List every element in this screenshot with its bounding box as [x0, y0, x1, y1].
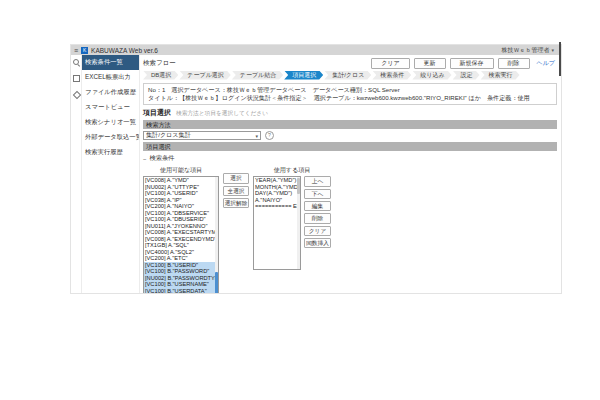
scrollbar-thumb[interactable] [297, 178, 300, 194]
toolbar-buttons: クリア更新新規保存削除 [371, 58, 529, 69]
toolbar-button[interactable]: クリア [371, 58, 409, 69]
flow-step-tab[interactable]: DB選択 [143, 71, 178, 80]
flow-step-tab[interactable]: 検索条件 [372, 71, 411, 80]
available-list-item[interactable]: [VC008] A."EXECSTARTYMD" [144, 229, 218, 236]
flow-step-tab[interactable]: 集計/クロス [324, 71, 371, 80]
sidebar-item[interactable]: 検索シナリオ一覧 [82, 115, 139, 130]
search-icon[interactable] [73, 59, 80, 66]
used-buttons-column: 上へ下へ編集削除クリア関数挿入 [304, 176, 331, 270]
available-column: 使用可能な項目 [VC008] A."YMD"[NU002] A."UTTYPE… [143, 164, 219, 293]
items-section-bar: 項目選択 [143, 142, 557, 151]
icon-strip [71, 55, 82, 293]
select-button[interactable]: 選択解除 [223, 198, 249, 208]
scrollbar-thumb[interactable] [215, 272, 218, 293]
flow-step-tab[interactable]: 項目選択 [284, 71, 323, 80]
page-hint: 検索方法と項目を選択してください [176, 110, 268, 118]
search-method-select[interactable]: 集計/クロス集計 ▾ [143, 131, 261, 140]
page-title: 項目選択 [143, 108, 171, 118]
used-list-button[interactable]: クリア [304, 226, 331, 236]
available-list-item[interactable]: [VC100] B."USERNAME" [144, 281, 218, 288]
used-list-button[interactable]: 関数挿入 [304, 238, 331, 248]
page-title-row: 項目選択 検索方法と項目を選択してください [143, 108, 557, 118]
page-canvas: ≡ K KABUWAZA Web ver.6 株技Ｗｅｂ管理者 ▾ 検索条件一覧… [0, 0, 600, 400]
window-body: 検索条件一覧EXCEL帳票出力ファイル作成履歴スマートビュー検索シナリオ一覧外部… [71, 55, 561, 293]
sidebar-item[interactable]: ファイル作成履歴 [82, 85, 139, 100]
app-title: KABUWAZA Web ver.6 [91, 47, 158, 54]
main-panel: 検索フロー クリア更新新規保存削除 ヘルプ DB選択テーブル選択テーブル結合項目… [140, 55, 561, 293]
list-scrollbar[interactable] [297, 177, 300, 269]
diamond-icon[interactable] [73, 91, 80, 98]
item-picker: 使用可能な項目 [VC008] A."YMD"[NU002] A."UTTYPE… [143, 164, 557, 293]
user-menu[interactable]: 株技Ｗｅｂ管理者 ▾ [501, 46, 554, 55]
used-column: 使用する項目 YEAR(A."YMD")MONTH(A."YMD")DAY(A.… [253, 164, 331, 293]
method-section-bar: 検索方法 [143, 120, 557, 129]
flow-step-tab[interactable]: テーブル結合 [232, 71, 283, 80]
used-list-button[interactable]: 編集 [304, 201, 331, 211]
info-line-1: No：1 選択データベース：株技Ｗｅｂ管理データベース データベース種別：SQL… [148, 86, 552, 94]
used-list-item[interactable]: =========== END ========== [254, 203, 300, 210]
collapse-minus-icon: − [143, 156, 147, 162]
titlebar: ≡ K KABUWAZA Web ver.6 株技Ｗｅｂ管理者 ▾ [71, 45, 561, 55]
toolbar: 検索フロー クリア更新新規保存削除 ヘルプ [143, 58, 557, 69]
flow-step-tab[interactable]: 絞り込み [412, 71, 451, 80]
sidebar-item[interactable]: スマートビュー [82, 100, 139, 115]
flow-steps: DB選択テーブル選択テーブル結合項目選択集計/クロス検索条件絞り込み設定検索実行 [143, 71, 557, 80]
toolbar-button[interactable]: 新規保存 [450, 58, 494, 69]
help-link[interactable]: ヘルプ [537, 59, 555, 68]
condition-label: 検索条件 [150, 154, 175, 163]
search-method-value: 集計/クロス集計 [146, 131, 255, 140]
used-list-button[interactable]: 下へ [304, 189, 331, 199]
available-list-item[interactable]: [VC100] B."PASSWORD" [144, 268, 218, 275]
used-list-item[interactable]: YEAR(A."YMD") [254, 177, 300, 184]
info-line-2: タイトル：【株技Ｗｅｂ】ログイン状況集計＜条件指定＞ 選択テーブル：kwzweb… [148, 94, 552, 102]
window-scrollbar-thumb[interactable] [559, 42, 561, 76]
chevron-down-icon: ▾ [255, 133, 258, 139]
list-scrollbar[interactable] [215, 177, 218, 293]
select-buttons-column: 選択全選択選択解除 [223, 164, 249, 293]
app-window: ≡ K KABUWAZA Web ver.6 株技Ｗｅｂ管理者 ▾ 検索条件一覧… [70, 44, 562, 294]
query-info-box: No：1 選択データベース：株技Ｗｅｂ管理データベース データベース種別：SQL… [143, 83, 557, 105]
window-icon[interactable] [73, 75, 80, 82]
flow-label: 検索フロー [143, 59, 176, 68]
chevron-down-icon: ▾ [551, 47, 554, 53]
toolbar-button[interactable]: 更新 [414, 58, 446, 69]
flow-step-tab[interactable]: テーブル選択 [179, 71, 230, 80]
hamburger-menu-icon[interactable]: ≡ [74, 47, 78, 54]
used-list-button[interactable]: 上へ [304, 176, 331, 186]
select-button[interactable]: 全選択 [223, 186, 249, 196]
condition-collapse-toggle[interactable]: − 検索条件 [143, 154, 557, 163]
method-row: 集計/クロス集計 ▾ ? [143, 131, 557, 140]
sidebar-item[interactable]: 検索条件一覧 [82, 55, 139, 70]
sidebar-item[interactable]: 検索実行履歴 [82, 145, 139, 160]
available-list-item[interactable]: [VC100] B."USERDATA" [144, 288, 218, 293]
used-items-label: 使用する項目 [253, 166, 331, 175]
flow-step-tab[interactable]: 設定 [453, 71, 480, 80]
select-button[interactable]: 選択 [223, 173, 249, 183]
sidebar-nav: 検索条件一覧EXCEL帳票出力ファイル作成履歴スマートビュー検索シナリオ一覧外部… [82, 55, 140, 293]
available-items-list[interactable]: [VC008] A."YMD"[NU002] A."UTTYPE"[VC100]… [143, 176, 219, 293]
used-row: YEAR(A."YMD")MONTH(A."YMD")DAY(A."YMD")A… [253, 176, 331, 270]
sidebar-item[interactable]: 外部データ取込一覧 [82, 130, 139, 145]
info-icon[interactable]: ? [265, 131, 274, 140]
used-list-button[interactable]: 削除 [304, 213, 331, 223]
app-logo-icon: K [81, 47, 88, 54]
user-name: 株技Ｗｅｂ管理者 [501, 46, 549, 55]
sidebar-item[interactable]: EXCEL帳票出力 [82, 70, 139, 85]
flow-step-tab[interactable]: 検索実行 [481, 71, 520, 80]
used-items-list[interactable]: YEAR(A."YMD")MONTH(A."YMD")DAY(A."YMD")A… [253, 176, 301, 270]
available-items-label: 使用可能な項目 [143, 166, 219, 175]
toolbar-button[interactable]: 削除 [498, 58, 530, 69]
